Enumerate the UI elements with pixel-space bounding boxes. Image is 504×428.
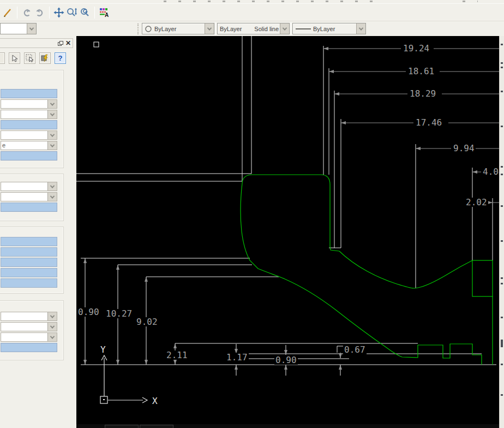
property-combo[interactable] bbox=[1, 110, 57, 119]
dimension-label: 0.90 bbox=[274, 355, 298, 365]
chevron-down-icon bbox=[50, 101, 55, 105]
profile-geometry bbox=[241, 175, 493, 365]
ucs-icon: Y X bbox=[100, 344, 158, 406]
svg-text:A: A bbox=[105, 12, 109, 18]
property-combo[interactable] bbox=[1, 192, 57, 201]
text-style-button[interactable]: A bbox=[98, 6, 111, 19]
dropdown-button[interactable] bbox=[47, 333, 57, 341]
chevron-down-icon bbox=[359, 26, 363, 30]
draw-tool-button[interactable] bbox=[1, 6, 14, 19]
property-combo[interactable] bbox=[1, 99, 57, 109]
dropdown-button[interactable] bbox=[47, 193, 57, 201]
highlighted-list-row[interactable] bbox=[1, 268, 57, 277]
standard-toolbar: A bbox=[0, 4, 504, 21]
highlighted-list-row[interactable] bbox=[1, 278, 57, 288]
zoom-realtime-button[interactable] bbox=[65, 6, 79, 19]
dropdown-button[interactable] bbox=[47, 323, 57, 331]
category-header-bar[interactable] bbox=[1, 89, 57, 98]
layout-tab[interactable] bbox=[105, 425, 139, 428]
dimension-label: 2.11 bbox=[165, 350, 189, 360]
highlighted-list-row[interactable] bbox=[1, 258, 57, 267]
layout-tab[interactable] bbox=[140, 425, 173, 428]
redo-icon bbox=[34, 7, 45, 18]
chevron-down-icon bbox=[50, 142, 55, 147]
dropdown-button[interactable] bbox=[47, 312, 57, 320]
color-swatch-icon bbox=[145, 25, 152, 33]
select-objects-icon bbox=[26, 54, 34, 62]
category-header-bar[interactable] bbox=[1, 343, 57, 352]
quick-select-icon bbox=[41, 54, 49, 62]
drawing-canvas[interactable]: Y X bbox=[76, 36, 499, 428]
dimension-label: 1.17 bbox=[225, 353, 249, 362]
color-control-combo[interactable]: ByLayer bbox=[142, 23, 214, 34]
zoom-previous-icon bbox=[79, 7, 91, 18]
close-icon[interactable]: ✕ bbox=[65, 40, 71, 46]
highlighted-list-row[interactable] bbox=[1, 237, 57, 246]
float-window-icon[interactable] bbox=[58, 41, 63, 46]
properties-palette: ✕ ? bbox=[0, 36, 75, 428]
ucs-y-label: Y bbox=[100, 344, 106, 355]
palette-group-list bbox=[0, 227, 64, 294]
pan-button[interactable] bbox=[52, 6, 65, 19]
toolbar-separator bbox=[17, 7, 17, 19]
quick-select-button[interactable] bbox=[39, 52, 51, 64]
undo-button[interactable] bbox=[20, 6, 33, 19]
category-header-bar[interactable] bbox=[1, 151, 57, 160]
palette-toolbar: ? bbox=[0, 52, 75, 66]
category-header-bar[interactable] bbox=[1, 203, 57, 212]
cursor-arrow-icon bbox=[11, 55, 19, 62]
property-combo[interactable] bbox=[1, 312, 57, 321]
dimension-label: 0.90 bbox=[77, 307, 100, 317]
property-combo[interactable] bbox=[1, 322, 57, 331]
style-combo[interactable] bbox=[0, 23, 37, 34]
linetype-control-dropdown-button[interactable] bbox=[280, 23, 289, 34]
palette-group-4 bbox=[0, 300, 64, 360]
redo-button[interactable] bbox=[33, 6, 46, 19]
toolbar-separator bbox=[291, 22, 291, 35]
lineweight-control-combo[interactable]: ByLayer bbox=[292, 23, 366, 34]
help-button[interactable]: ? bbox=[55, 52, 66, 64]
property-combo[interactable] bbox=[1, 182, 57, 191]
dimension-label: 9.02 bbox=[135, 317, 159, 326]
partial-value-text: e bbox=[1, 141, 47, 150]
chevron-down-icon bbox=[50, 183, 55, 188]
toolbar-grip[interactable] bbox=[137, 23, 140, 34]
chevron-down-icon bbox=[50, 334, 55, 338]
lineweight-control-value: ByLayer bbox=[311, 26, 356, 32]
chevron-down-icon bbox=[29, 26, 34, 30]
chevron-down-icon bbox=[283, 26, 287, 30]
palette-tool-button-partial[interactable] bbox=[0, 52, 5, 64]
layout-tabs-strip bbox=[76, 424, 499, 428]
zoom-previous-button[interactable] bbox=[79, 6, 92, 19]
property-combo[interactable]: e bbox=[1, 141, 57, 150]
dropdown-button[interactable] bbox=[47, 110, 57, 118]
linetype-control-combo[interactable]: ByLayer Solid line bbox=[217, 23, 290, 34]
dimension-label: 17.46 bbox=[415, 118, 443, 127]
object-properties-toolbar: ByLayer ByLayer Solid line ByLayer bbox=[0, 21, 504, 36]
text-style-icon: A bbox=[99, 7, 110, 18]
dropdown-button[interactable] bbox=[47, 131, 57, 139]
dropdown-button[interactable] bbox=[47, 100, 57, 108]
undo-icon bbox=[21, 7, 32, 18]
dimension-label: 0.67 bbox=[343, 345, 367, 354]
palette-group-general: e bbox=[0, 70, 64, 168]
palette-title-bar[interactable]: ✕ bbox=[0, 38, 73, 48]
style-combo-dropdown-button[interactable] bbox=[27, 23, 36, 34]
lineweight-sample-icon bbox=[296, 27, 311, 31]
dropdown-button[interactable] bbox=[47, 141, 57, 150]
property-combo[interactable] bbox=[1, 332, 57, 342]
select-objects-button[interactable] bbox=[24, 52, 35, 64]
pickbox-cursor bbox=[94, 42, 99, 47]
pan-icon bbox=[53, 7, 64, 18]
pick-cursor-button[interactable] bbox=[9, 52, 20, 64]
color-control-dropdown-button[interactable] bbox=[205, 23, 214, 34]
ucs-x-label: X bbox=[152, 396, 158, 406]
lineweight-control-dropdown-button[interactable] bbox=[356, 23, 365, 34]
chevron-down-icon bbox=[50, 324, 55, 328]
category-header-bar[interactable] bbox=[1, 120, 57, 129]
toolbar-separator bbox=[215, 22, 216, 35]
highlighted-list-row[interactable] bbox=[1, 247, 57, 257]
dimension-label: 9.94 bbox=[452, 144, 476, 153]
property-combo[interactable] bbox=[1, 130, 57, 140]
dropdown-button[interactable] bbox=[47, 182, 57, 191]
